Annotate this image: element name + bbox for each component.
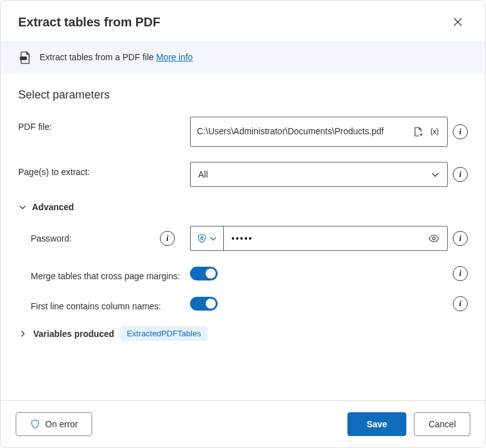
chevron-down-icon [431, 170, 440, 179]
svg-point-3 [433, 237, 436, 240]
advanced-expander[interactable]: Advanced [18, 202, 468, 212]
dialog-header: Extract tables from PDF [1, 1, 485, 41]
dialog-footer: On error Save Cancel [1, 400, 485, 447]
variable-badge[interactable]: ExtractedPDFTables [120, 326, 208, 341]
chevron-down-icon [209, 235, 217, 242]
advanced-label: Advanced [32, 202, 74, 212]
password-mode-button[interactable] [191, 227, 224, 250]
variables-label: Variables produced [33, 329, 114, 339]
section-title: Select parameters [18, 88, 468, 102]
close-button[interactable] [448, 12, 468, 32]
pages-value: All [198, 169, 208, 179]
row-first-line: First line contains column names: i [31, 296, 468, 311]
pdf-file-value: C:\Users\Administrator\Documents\Product… [197, 125, 407, 138]
first-line-toggle[interactable] [190, 297, 218, 311]
info-button-password-left[interactable]: i [160, 231, 175, 246]
pdf-file-input[interactable]: C:\Users\Administrator\Documents\Product… [190, 117, 448, 147]
on-error-button[interactable]: On error [16, 412, 92, 436]
variables-row: Variables produced ExtractedPDFTables [18, 326, 468, 341]
banner-description: Extract tables from a PDF file [40, 52, 154, 62]
dialog-content: Select parameters PDF file: C:\Users\Adm… [1, 73, 485, 400]
eye-icon [428, 233, 440, 244]
close-icon [453, 18, 462, 26]
row-pages: Page(s) to extract: All i [18, 162, 468, 187]
shield-icon [30, 419, 40, 429]
svg-text:PDF: PDF [21, 57, 26, 60]
info-banner: PDF Extract tables from a PDF file More … [1, 41, 485, 73]
password-input[interactable] [224, 227, 421, 250]
variable-icon[interactable] [428, 125, 441, 138]
cancel-button[interactable]: Cancel [414, 412, 470, 436]
dialog-title: Extract tables from PDF [18, 15, 161, 29]
info-button-password[interactable]: i [453, 231, 468, 246]
password-label: Password: [31, 233, 71, 243]
chevron-right-icon[interactable] [18, 329, 27, 338]
svg-rect-2 [201, 238, 203, 240]
pdf-file-label: PDF file: [18, 117, 182, 132]
more-info-link[interactable]: More info [156, 52, 193, 62]
pages-label: Page(s) to extract: [18, 162, 182, 177]
file-picker-icon[interactable] [412, 125, 425, 138]
first-line-label: First line contains column names: [31, 296, 182, 311]
row-password: Password: i [31, 226, 468, 251]
shield-lock-icon [197, 233, 207, 243]
merge-label: Merge tables that cross page margins: [31, 266, 182, 281]
info-button-merge[interactable]: i [453, 266, 468, 281]
info-button-first-line[interactable]: i [453, 296, 468, 311]
on-error-label: On error [45, 419, 78, 429]
banner-text: Extract tables from a PDF file More info [40, 52, 193, 62]
password-reveal-button[interactable] [421, 227, 447, 250]
dialog: Extract tables from PDF PDF Extract tabl… [0, 0, 486, 448]
pages-select[interactable]: All [190, 162, 448, 187]
info-button-pdf-file[interactable]: i [453, 124, 468, 139]
row-pdf-file: PDF file: C:\Users\Administrator\Documen… [18, 117, 468, 147]
password-input-wrap [190, 226, 448, 251]
merge-toggle[interactable] [190, 267, 218, 280]
save-button[interactable]: Save [347, 412, 407, 436]
advanced-section: Password: i [18, 226, 468, 311]
chevron-down-icon [18, 203, 27, 211]
row-merge: Merge tables that cross page margins: i [31, 266, 468, 281]
info-button-pages[interactable]: i [453, 167, 468, 182]
pdf-icon: PDF [18, 51, 31, 63]
